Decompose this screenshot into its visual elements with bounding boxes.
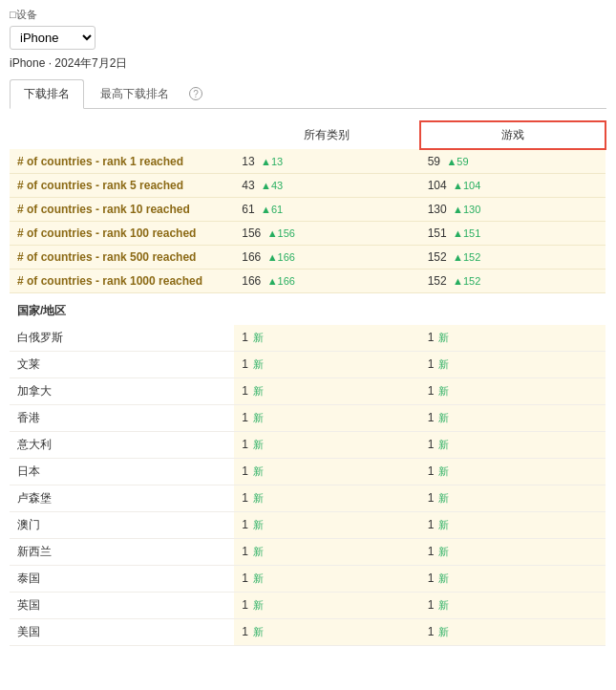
stat-row: # of countries - rank 5 reached 43 ▲43 1… [10, 174, 605, 198]
stat-label: # of countries - rank 1000 reached [10, 270, 234, 293]
country-name: 英国 [10, 593, 234, 619]
stat-all-val: 43 ▲43 [234, 174, 419, 198]
section-header-label: 国家/地区 [10, 293, 605, 326]
main-table: 所有类别 游戏 # of countries - rank 1 reached … [10, 120, 606, 646]
stat-game-val: 152 ▲152 [420, 246, 605, 270]
stat-row: # of countries - rank 500 reached 166 ▲1… [10, 246, 605, 270]
country-game-val: 1 新 [420, 405, 605, 432]
country-row: 澳门 1 新 1 新 [10, 512, 605, 539]
country-name: 加拿大 [10, 378, 234, 405]
country-row: 英国 1 新 1 新 [10, 593, 605, 619]
country-all-val: 1 新 [234, 432, 419, 459]
country-all-val: 1 新 [234, 539, 419, 566]
country-name: 日本 [10, 459, 234, 485]
stat-label: # of countries - rank 10 reached [10, 198, 234, 222]
stat-label: # of countries - rank 1 reached [10, 149, 234, 174]
stat-all-val: 156 ▲156 [234, 222, 419, 246]
country-all-val: 1 新 [234, 593, 419, 619]
country-name: 泰国 [10, 566, 234, 593]
country-game-val: 1 新 [420, 459, 605, 485]
col-header-label [10, 121, 234, 149]
country-game-val: 1 新 [420, 619, 605, 646]
help-icon[interactable]: ? [189, 87, 202, 100]
stat-label: # of countries - rank 5 reached [10, 174, 234, 198]
stat-row: # of countries - rank 100 reached 156 ▲1… [10, 222, 605, 246]
country-game-val: 1 新 [420, 325, 605, 352]
country-game-val: 1 新 [420, 352, 605, 378]
country-row: 卢森堡 1 新 1 新 [10, 485, 605, 512]
country-game-val: 1 新 [420, 378, 605, 405]
country-row: 加拿大 1 新 1 新 [10, 378, 605, 405]
country-game-val: 1 新 [420, 539, 605, 566]
tabs-bar: 下载排名 最高下载排名 ? [10, 79, 606, 109]
country-all-val: 1 新 [234, 405, 419, 432]
country-name: 白俄罗斯 [10, 325, 234, 352]
country-row: 泰国 1 新 1 新 [10, 566, 605, 593]
country-all-val: 1 新 [234, 512, 419, 539]
stat-game-val: 59 ▲59 [420, 149, 605, 174]
country-row: 美国 1 新 1 新 [10, 619, 605, 646]
country-name: 新西兰 [10, 539, 234, 566]
country-all-val: 1 新 [234, 325, 419, 352]
stat-row: # of countries - rank 10 reached 61 ▲61 … [10, 198, 605, 222]
stat-all-val: 166 ▲166 [234, 270, 419, 293]
country-all-val: 1 新 [234, 566, 419, 593]
device-select[interactable]: iPhone [10, 26, 96, 50]
stat-row: # of countries - rank 1 reached 13 ▲13 5… [10, 149, 605, 174]
country-all-val: 1 新 [234, 378, 419, 405]
country-name: 意大利 [10, 432, 234, 459]
device-label: □设备 [10, 8, 606, 22]
stat-game-val: 104 ▲104 [420, 174, 605, 198]
tab-top-download-rank[interactable]: 最高下载排名 [86, 79, 183, 108]
stat-row: # of countries - rank 1000 reached 166 ▲… [10, 270, 605, 293]
date-line: iPhone · 2024年7月2日 [10, 55, 606, 72]
country-game-val: 1 新 [420, 566, 605, 593]
country-row: 香港 1 新 1 新 [10, 405, 605, 432]
country-all-val: 1 新 [234, 459, 419, 485]
country-name: 美国 [10, 619, 234, 646]
country-name: 卢森堡 [10, 485, 234, 512]
country-row: 新西兰 1 新 1 新 [10, 539, 605, 566]
country-game-val: 1 新 [420, 593, 605, 619]
country-game-val: 1 新 [420, 512, 605, 539]
country-game-val: 1 新 [420, 432, 605, 459]
country-row: 文莱 1 新 1 新 [10, 352, 605, 378]
country-name: 澳门 [10, 512, 234, 539]
country-row: 日本 1 新 1 新 [10, 459, 605, 485]
section-header-countries: 国家/地区 [10, 293, 605, 326]
country-game-val: 1 新 [420, 485, 605, 512]
stat-all-val: 13 ▲13 [234, 149, 419, 174]
country-all-val: 1 新 [234, 485, 419, 512]
stat-label: # of countries - rank 500 reached [10, 246, 234, 270]
country-row: 意大利 1 新 1 新 [10, 432, 605, 459]
tab-download-rank[interactable]: 下载排名 [10, 79, 84, 109]
stat-all-val: 166 ▲166 [234, 246, 419, 270]
country-all-val: 1 新 [234, 352, 419, 378]
country-row: 白俄罗斯 1 新 1 新 [10, 325, 605, 352]
stat-all-val: 61 ▲61 [234, 198, 419, 222]
col-header-game: 游戏 [420, 121, 605, 149]
col-header-all: 所有类别 [234, 121, 419, 149]
stat-game-val: 151 ▲151 [420, 222, 605, 246]
stat-label: # of countries - rank 100 reached [10, 222, 234, 246]
country-name: 文莱 [10, 352, 234, 378]
country-name: 香港 [10, 405, 234, 432]
stat-game-val: 130 ▲130 [420, 198, 605, 222]
stat-game-val: 152 ▲152 [420, 270, 605, 293]
country-all-val: 1 新 [234, 619, 419, 646]
